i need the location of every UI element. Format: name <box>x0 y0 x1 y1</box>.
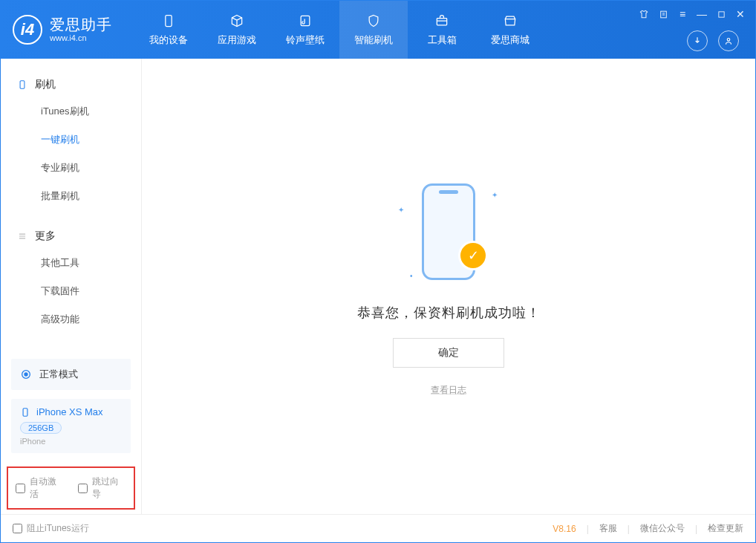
svg-rect-2 <box>437 19 446 25</box>
sidebar-item-itunes[interactable]: iTunes刷机 <box>1 97 141 126</box>
logo: i4 爱思助手 www.i4.cn <box>13 15 112 45</box>
logo-icon: i4 <box>13 15 42 45</box>
download-button[interactable] <box>687 30 708 51</box>
svg-rect-0 <box>166 16 172 27</box>
success-message: 恭喜您，保资料刷机成功啦！ <box>357 304 541 322</box>
footer-link-update[interactable]: 检查更新 <box>708 522 743 535</box>
tshirt-icon[interactable] <box>638 8 650 20</box>
svg-rect-4 <box>718 11 723 16</box>
svg-point-8 <box>25 373 27 376</box>
sidebar-group-flash: 刷机 <box>1 72 141 97</box>
auto-activate-checkbox[interactable]: 自动激活 <box>16 475 65 501</box>
skip-guide-checkbox[interactable]: 跳过向导 <box>78 475 127 501</box>
menu-icon[interactable]: ≡ <box>677 8 688 20</box>
phone-icon <box>160 13 177 29</box>
block-itunes-input[interactable] <box>13 524 22 533</box>
device-small-icon <box>20 407 30 417</box>
separator: | <box>587 524 589 534</box>
header: i4 爱思助手 www.i4.cn 我的设备 应用游戏 铃声壁纸 智能刷机 <box>1 1 755 59</box>
note-icon[interactable] <box>657 8 669 20</box>
toolbox-icon <box>434 13 450 29</box>
sidebar: 刷机 iTunes刷机 一键刷机 专业刷机 批量刷机 更多 其他工具 下载固件 … <box>1 59 142 514</box>
tab-label: 工具箱 <box>428 33 457 47</box>
svg-point-5 <box>727 39 730 42</box>
device-name: iPhone XS Max <box>36 406 103 417</box>
ok-button[interactable]: 确定 <box>393 338 504 368</box>
tab-store[interactable]: 爱思商城 <box>476 1 544 59</box>
svg-rect-3 <box>660 11 666 18</box>
mode-label: 正常模式 <box>39 368 78 381</box>
mode-icon <box>20 368 32 380</box>
sidebar-item-pro[interactable]: 专业刷机 <box>1 154 141 182</box>
sidebar-item-other[interactable]: 其他工具 <box>1 249 141 277</box>
svg-rect-1 <box>301 16 310 25</box>
sidebar-item-oneclick[interactable]: 一键刷机 <box>1 126 141 154</box>
tab-label: 应用游戏 <box>218 33 256 47</box>
separator: | <box>628 524 630 534</box>
skip-guide-input[interactable] <box>78 484 88 493</box>
main-tabs: 我的设备 应用游戏 铃声壁纸 智能刷机 工具箱 爱思商城 <box>134 1 544 59</box>
tab-label: 铃声壁纸 <box>286 33 325 47</box>
footer-link-support[interactable]: 客服 <box>599 522 617 535</box>
checkmark-badge-icon: ✓ <box>460 243 486 268</box>
footer: 阻止iTunes运行 V8.16 | 客服 | 微信公众号 | 检查更新 <box>1 514 755 542</box>
sidebar-item-advanced[interactable]: 高级功能 <box>1 305 141 334</box>
block-itunes-checkbox[interactable]: 阻止iTunes运行 <box>13 522 89 535</box>
tab-label: 我的设备 <box>149 33 188 47</box>
store-icon <box>502 13 518 29</box>
svg-rect-9 <box>23 408 27 416</box>
shield-icon <box>365 13 382 29</box>
options-highlight-box: 自动激活 跳过向导 <box>7 466 135 510</box>
tab-apps[interactable]: 应用游戏 <box>203 1 271 59</box>
app-subtitle: www.i4.cn <box>50 33 112 43</box>
group-title: 刷机 <box>35 78 56 91</box>
sidebar-item-batch[interactable]: 批量刷机 <box>1 182 141 210</box>
device-icon <box>17 79 27 90</box>
header-action-buttons <box>687 30 739 51</box>
user-button[interactable] <box>718 30 739 51</box>
tab-device[interactable]: 我的设备 <box>134 1 203 59</box>
auto-activate-input[interactable] <box>16 484 25 493</box>
minimize-button[interactable]: — <box>696 8 708 20</box>
device-type: iPhone <box>20 437 122 446</box>
cube-icon <box>229 13 245 29</box>
footer-link-wechat[interactable]: 微信公众号 <box>640 522 685 535</box>
svg-rect-6 <box>20 81 25 89</box>
main-content: ✦ ✦ • ✓ 恭喜您，保资料刷机成功啦！ 确定 查看日志 <box>142 59 755 514</box>
maximize-button[interactable] <box>715 8 727 20</box>
close-button[interactable]: ✕ <box>734 8 746 20</box>
sparkle-icon: ✦ <box>492 191 498 199</box>
skip-guide-label: 跳过向导 <box>92 475 127 501</box>
sidebar-item-firmware[interactable]: 下载固件 <box>1 277 141 305</box>
group-title: 更多 <box>35 230 56 243</box>
music-icon <box>297 13 313 29</box>
sidebar-group-more: 更多 <box>1 224 141 249</box>
body: 刷机 iTunes刷机 一键刷机 专业刷机 批量刷机 更多 其他工具 下载固件 … <box>1 59 755 514</box>
device-storage-badge: 256GB <box>20 422 62 434</box>
sparkle-icon: ✦ <box>398 206 404 214</box>
view-log-link[interactable]: 查看日志 <box>431 384 466 397</box>
version-label: V8.16 <box>553 524 576 534</box>
sparkle-icon: • <box>410 272 413 280</box>
window-controls: ≡ — ✕ <box>638 8 746 20</box>
auto-activate-label: 自动激活 <box>30 475 65 501</box>
tab-label: 爱思商城 <box>491 33 529 47</box>
tab-label: 智能刷机 <box>354 33 393 47</box>
app-window: i4 爱思助手 www.i4.cn 我的设备 应用游戏 铃声壁纸 智能刷机 <box>0 0 756 543</box>
separator: | <box>695 524 697 534</box>
device-box[interactable]: iPhone XS Max 256GB iPhone <box>11 399 131 453</box>
app-title: 爱思助手 <box>50 16 112 33</box>
tab-toolbox[interactable]: 工具箱 <box>408 1 476 59</box>
mode-box[interactable]: 正常模式 <box>11 359 131 390</box>
block-itunes-label: 阻止iTunes运行 <box>27 522 89 535</box>
tab-flash[interactable]: 智能刷机 <box>339 1 408 59</box>
tab-ringtone[interactable]: 铃声壁纸 <box>271 1 339 59</box>
list-icon <box>17 231 27 241</box>
success-illustration: ✦ ✦ • ✓ <box>389 176 508 287</box>
